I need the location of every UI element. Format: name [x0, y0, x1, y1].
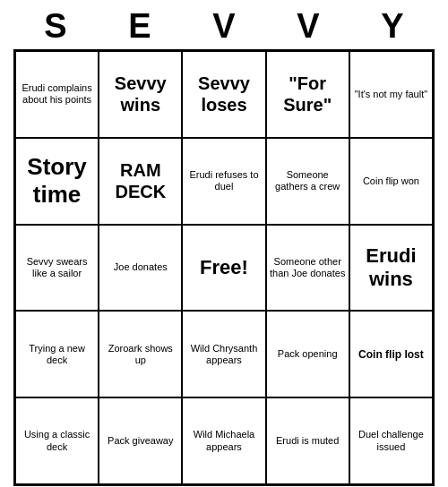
cell-16: Zoroark shows up — [99, 311, 182, 397]
title-letter-y: Y — [354, 7, 431, 46]
cell-6: RAM DECK — [99, 138, 182, 225]
cell-1: Sevvy wins — [99, 51, 182, 138]
cell-10: Sevvy swears like a sailor — [15, 225, 99, 312]
cell-8: Someone gathers a crew — [266, 138, 349, 225]
cell-12: Free! — [182, 225, 265, 312]
title-letter-e: E — [101, 7, 178, 46]
cell-4: "It's not my fault" — [349, 51, 433, 138]
cell-19: Coin flip lost — [349, 311, 433, 397]
cell-23: Erudi is muted — [266, 397, 349, 484]
title-letter-s: S — [17, 7, 94, 46]
cell-22: Wild Michaela appears — [182, 397, 265, 484]
bingo-grid: Erudi complains about his pointsSevvy wi… — [13, 49, 435, 486]
title-letter-v2: V — [270, 7, 347, 46]
cell-3: "For Sure" — [266, 51, 349, 138]
cell-13: Someone other than Joe donates — [266, 225, 349, 312]
cell-7: Erudi refuses to duel — [182, 138, 265, 225]
cell-17: Wild Chrysanth appears — [182, 311, 265, 397]
cell-2: Sevvy loses — [182, 51, 265, 138]
cell-15: Trying a new deck — [15, 311, 99, 397]
cell-20: Using a classic deck — [15, 397, 99, 484]
cell-21: Pack giveaway — [99, 397, 182, 484]
cell-14: Erudi wins — [349, 225, 433, 312]
cell-9: Coin flip won — [349, 138, 433, 225]
cell-0: Erudi complains about his points — [15, 51, 99, 138]
title-letter-v1: V — [185, 7, 263, 46]
bingo-title: S E V V Y — [13, 0, 435, 49]
cell-18: Pack opening — [266, 311, 349, 397]
cell-5: Story time — [15, 138, 99, 225]
cell-11: Joe donates — [99, 225, 182, 312]
cell-24: Duel challenge issued — [349, 397, 433, 484]
